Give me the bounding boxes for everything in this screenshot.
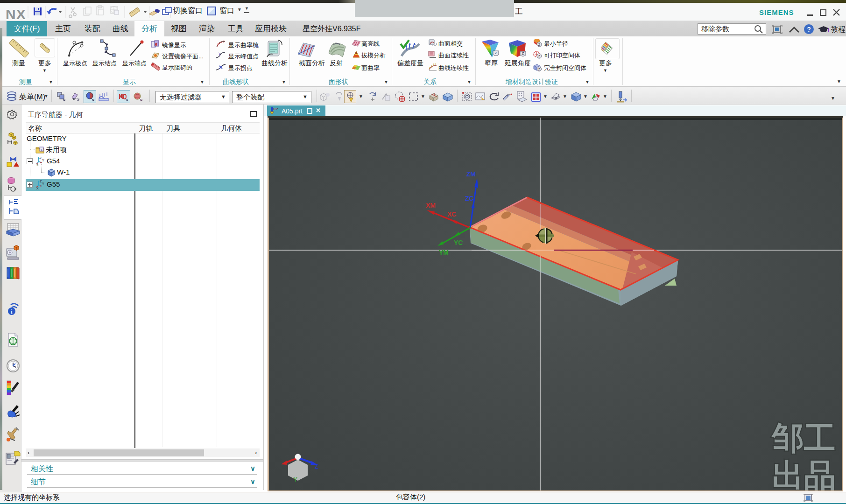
svg-text:5: 5 — [155, 42, 157, 47]
svg-text:Z: Z — [522, 51, 524, 56]
svg-text:ZM: ZM — [466, 170, 476, 178]
svg-text:出品: 出品 — [772, 457, 836, 490]
svg-text:邹工: 邹工 — [771, 420, 836, 455]
svg-text:Y: Y — [42, 159, 44, 162]
svg-text:s: s — [41, 147, 42, 152]
svg-text:Z: Z — [538, 43, 541, 46]
svg-text:YM: YM — [439, 249, 449, 256]
svg-text:X: X — [36, 163, 39, 166]
svg-text:Z: Z — [315, 463, 318, 470]
svg-text:X: X — [36, 187, 39, 189]
svg-text:Y: Y — [42, 182, 44, 185]
svg-text:XC: XC — [447, 210, 456, 218]
svg-text:?: ? — [807, 26, 811, 33]
svg-text:Z: Z — [495, 51, 497, 55]
svg-text:Y: Y — [293, 476, 298, 483]
svg-text:Z: Z — [538, 55, 541, 58]
svg-text:Z: Z — [538, 68, 541, 71]
svg-text:YC: YC — [454, 239, 463, 246]
svg-text:XM: XM — [426, 202, 436, 209]
svg-text:ZC: ZC — [465, 195, 474, 202]
